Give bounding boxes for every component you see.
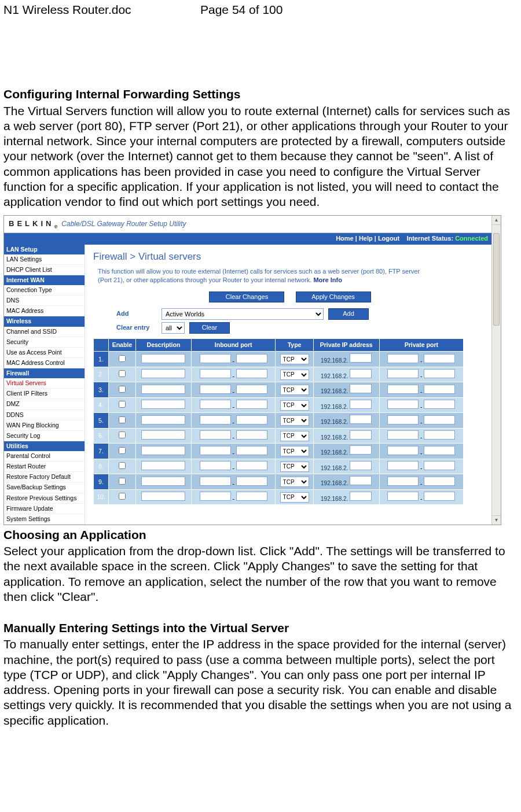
private-port-end-input[interactable]: [424, 492, 455, 501]
more-info-link[interactable]: More Info: [313, 276, 342, 283]
type-select[interactable]: TCP: [280, 354, 309, 364]
sidebar-item[interactable]: Security Log: [4, 431, 85, 441]
sidebar-item[interactable]: Firmware Update: [4, 504, 85, 514]
private-port-end-input[interactable]: [424, 415, 455, 425]
enable-checkbox[interactable]: [119, 416, 126, 423]
sidebar-item[interactable]: Virtual Servers: [4, 378, 85, 389]
description-input[interactable]: [141, 430, 185, 440]
inbound-port-start-input[interactable]: [200, 461, 231, 470]
private-port-start-input[interactable]: [387, 385, 419, 394]
sidebar-item[interactable]: MAC Address Control: [4, 358, 85, 368]
private-ip-input[interactable]: [350, 476, 372, 485]
enable-checkbox[interactable]: [119, 386, 126, 393]
private-ip-input[interactable]: [350, 400, 372, 409]
inbound-port-end-input[interactable]: [236, 461, 267, 470]
inbound-port-start-input[interactable]: [200, 400, 231, 409]
inbound-port-start-input[interactable]: [200, 492, 231, 501]
sidebar-item[interactable]: DDNS: [4, 410, 85, 420]
private-ip-input[interactable]: [350, 353, 372, 363]
type-select[interactable]: TCP: [280, 385, 309, 395]
private-port-end-input[interactable]: [424, 354, 455, 363]
type-select[interactable]: TCP: [280, 431, 309, 441]
sidebar-item[interactable]: DMZ: [4, 399, 85, 409]
sidebar-item[interactable]: Restore Previous Settings: [4, 493, 85, 504]
description-input[interactable]: [141, 461, 185, 470]
private-ip-input[interactable]: [350, 492, 372, 501]
description-input[interactable]: [141, 400, 185, 409]
private-ip-input[interactable]: [350, 384, 372, 393]
description-input[interactable]: [141, 477, 185, 486]
private-port-end-input[interactable]: [424, 477, 455, 486]
private-port-start-input[interactable]: [387, 461, 419, 470]
enable-checkbox[interactable]: [119, 370, 126, 377]
description-input[interactable]: [141, 385, 185, 394]
private-port-end-input[interactable]: [424, 446, 455, 455]
type-select[interactable]: TCP: [280, 415, 309, 426]
sidebar-item[interactable]: Connection Type: [4, 285, 85, 296]
enable-checkbox[interactable]: [119, 355, 126, 362]
inbound-port-end-input[interactable]: [236, 492, 267, 501]
type-select[interactable]: TCP: [280, 446, 309, 456]
sidebar-item[interactable]: DHCP Client List: [4, 265, 85, 275]
private-ip-input[interactable]: [350, 430, 372, 440]
inbound-port-start-input[interactable]: [200, 477, 231, 486]
sidebar-item[interactable]: Save/Backup Settings: [4, 482, 85, 493]
enable-checkbox[interactable]: [119, 401, 126, 408]
scroll-thumb[interactable]: [493, 233, 500, 326]
top-nav-links[interactable]: Home | Help | Logout: [336, 235, 399, 242]
inbound-port-start-input[interactable]: [200, 354, 231, 363]
private-port-end-input[interactable]: [424, 430, 455, 440]
private-ip-input[interactable]: [350, 415, 372, 424]
sidebar-item[interactable]: Channel and SSID: [4, 327, 85, 337]
private-port-start-input[interactable]: [387, 415, 419, 425]
private-port-end-input[interactable]: [424, 461, 455, 470]
scrollbar[interactable]: ▴ ▾: [491, 216, 501, 525]
inbound-port-start-input[interactable]: [200, 385, 231, 394]
private-port-end-input[interactable]: [424, 369, 455, 378]
private-port-start-input[interactable]: [387, 446, 419, 455]
enable-checkbox[interactable]: [119, 447, 126, 454]
private-port-start-input[interactable]: [387, 477, 419, 486]
sidebar-item[interactable]: Restart Router: [4, 462, 85, 472]
sidebar-item[interactable]: Client IP Filters: [4, 389, 85, 399]
clear-button[interactable]: Clear: [189, 322, 230, 334]
enable-checkbox[interactable]: [119, 462, 126, 469]
private-port-start-input[interactable]: [387, 354, 419, 363]
inbound-port-end-input[interactable]: [236, 400, 267, 409]
clear-changes-button[interactable]: Clear Changes: [209, 291, 284, 303]
enable-checkbox[interactable]: [119, 493, 126, 500]
description-input[interactable]: [141, 415, 185, 425]
enable-checkbox[interactable]: [119, 478, 126, 485]
inbound-port-end-input[interactable]: [236, 415, 267, 425]
sidebar-item[interactable]: Restore Factory Default: [4, 472, 85, 482]
sidebar-item[interactable]: MAC Address: [4, 306, 85, 316]
inbound-port-start-input[interactable]: [200, 430, 231, 440]
inbound-port-end-input[interactable]: [236, 369, 267, 378]
private-port-start-input[interactable]: [387, 430, 419, 440]
private-ip-input[interactable]: [350, 461, 372, 470]
type-select[interactable]: TCP: [280, 477, 309, 487]
scroll-down-icon[interactable]: ▾: [492, 515, 501, 525]
sidebar-item[interactable]: DNS: [4, 296, 85, 306]
private-port-start-input[interactable]: [387, 492, 419, 501]
type-select[interactable]: TCP: [280, 462, 309, 472]
inbound-port-end-input[interactable]: [236, 446, 267, 455]
scroll-up-icon[interactable]: ▴: [492, 216, 501, 225]
clear-entry-select[interactable]: all: [162, 322, 185, 334]
description-input[interactable]: [141, 354, 185, 363]
private-ip-input[interactable]: [350, 445, 372, 455]
description-input[interactable]: [141, 446, 185, 455]
inbound-port-end-input[interactable]: [236, 354, 267, 363]
private-ip-input[interactable]: [350, 369, 372, 378]
inbound-port-start-input[interactable]: [200, 415, 231, 425]
type-select[interactable]: TCP: [280, 492, 309, 503]
inbound-port-end-input[interactable]: [236, 477, 267, 486]
sidebar-item[interactable]: WAN Ping Blocking: [4, 420, 85, 431]
enable-checkbox[interactable]: [119, 431, 126, 438]
sidebar-item[interactable]: System Settings: [4, 514, 85, 525]
type-select[interactable]: TCP: [280, 370, 309, 380]
description-input[interactable]: [141, 492, 185, 501]
apply-changes-button[interactable]: Apply Changes: [296, 291, 371, 303]
private-port-start-input[interactable]: [387, 369, 419, 378]
add-button[interactable]: Add: [328, 308, 369, 320]
